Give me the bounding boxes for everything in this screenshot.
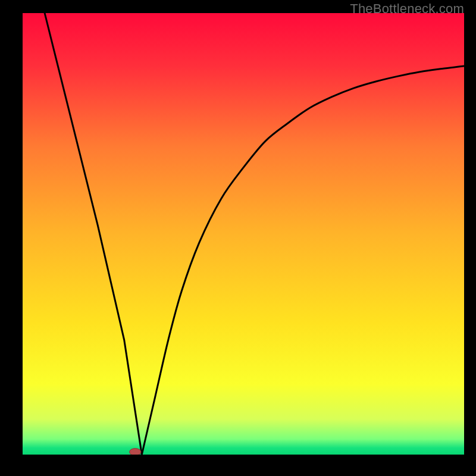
watermark-text: TheBottleneck.com — [350, 1, 464, 17]
optimal-marker — [130, 449, 141, 455]
chart-frame: TheBottleneck.com — [0, 0, 476, 476]
plot-area — [23, 13, 464, 455]
curve-left — [45, 13, 142, 455]
curve-right — [142, 66, 464, 455]
curve-layer — [23, 13, 464, 455]
